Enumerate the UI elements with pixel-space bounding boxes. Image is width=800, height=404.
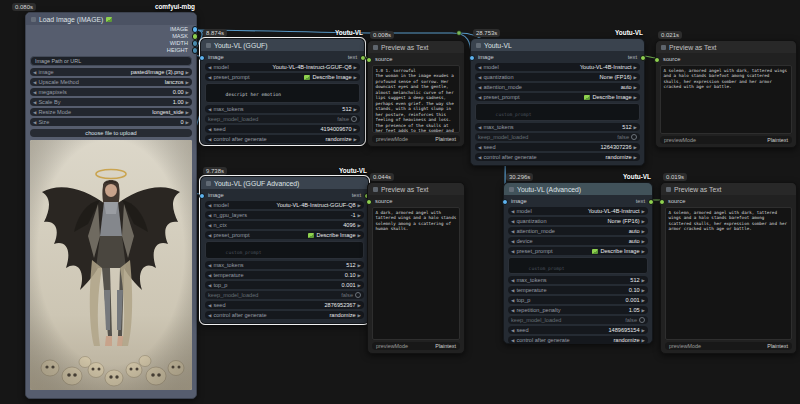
increment-arrow-icon[interactable]: ▶ (186, 100, 189, 105)
widget-temperature[interactable]: ◀ temperature 0.10 ▶ (205, 271, 364, 279)
decrement-arrow-icon[interactable]: ◀ (208, 213, 211, 218)
node-youtu-vl[interactable]: 28.753s Youtu-VL Youtu-VL image text ◀ m… (470, 38, 645, 166)
widget-keep-model-loaded[interactable]: keep_model_loaded false (508, 316, 648, 324)
widget-temperature[interactable]: ◀ temperature 0.10 ▶ (508, 286, 648, 294)
node-graph-canvas[interactable]: 0.080s comfyui-mbg Load Image (IMAGE) IM… (0, 0, 800, 404)
widget-n-gpu-layers[interactable]: ◀ n_gpu_layers -1 ▶ (205, 211, 364, 219)
widget-size[interactable]: ◀ Size 0 ▶ (30, 118, 192, 126)
widget-max-tokens[interactable]: ◀ max_tokens 512 ▶ (205, 105, 360, 113)
increment-arrow-icon[interactable]: ▶ (358, 233, 361, 238)
increment-arrow-icon[interactable]: ▶ (642, 338, 645, 343)
preview-text-content[interactable]: A solemn, armored angel with dark, tatte… (660, 65, 792, 134)
widget-preset-prompt[interactable]: ◀ preset_prompt Describe Image ▶ (475, 93, 640, 101)
image-input-port[interactable] (502, 199, 509, 206)
custom-prompt-textarea[interactable]: custom_prompt (205, 241, 364, 259)
increment-arrow-icon[interactable]: ▶ (354, 65, 357, 70)
decrement-arrow-icon[interactable]: ◀ (478, 75, 481, 80)
increment-arrow-icon[interactable]: ▶ (634, 145, 637, 150)
widget-control-after-generate[interactable]: ◀ control after generate randomize ▶ (508, 336, 648, 344)
widget-attention-mode[interactable]: ◀ attention_mode auto ▶ (475, 83, 640, 91)
decrement-arrow-icon[interactable]: ◀ (33, 80, 36, 85)
decrement-arrow-icon[interactable]: ◀ (208, 127, 211, 132)
widget-max-tokens[interactable]: ◀ max_tokens 512 ▶ (205, 261, 364, 269)
custom-prompt-textarea[interactable]: custom_prompt (475, 103, 640, 121)
height-output-port[interactable] (192, 47, 199, 54)
node-preview-text-2[interactable]: 0.021s Preview as Text source A solemn, … (655, 40, 797, 148)
increment-arrow-icon[interactable]: ▶ (186, 90, 189, 95)
increment-arrow-icon[interactable]: ▶ (642, 288, 645, 293)
decrement-arrow-icon[interactable]: ◀ (511, 308, 514, 313)
decrement-arrow-icon[interactable]: ◀ (511, 338, 514, 343)
increment-arrow-icon[interactable]: ▶ (358, 303, 361, 308)
decrement-arrow-icon[interactable]: ◀ (511, 229, 514, 234)
increment-arrow-icon[interactable]: ▶ (186, 110, 189, 115)
increment-arrow-icon[interactable]: ▶ (642, 298, 645, 303)
node-load-image[interactable]: 0.080s comfyui-mbg Load Image (IMAGE) IM… (25, 12, 197, 399)
toggle-knob-icon[interactable] (355, 292, 361, 298)
increment-arrow-icon[interactable]: ▶ (358, 203, 361, 208)
node-title-bar[interactable]: Youtu-VL (471, 39, 644, 51)
widget-device[interactable]: ◀ device auto ▶ (508, 237, 648, 245)
output-image[interactable]: IMAGE (26, 25, 196, 32)
increment-arrow-icon[interactable]: ▶ (642, 209, 645, 214)
widget-quantization[interactable]: ◀ quantization None (FP16) ▶ (475, 73, 640, 81)
widget-control-after-generate[interactable]: ◀ control after generate randomize ▶ (205, 135, 360, 143)
decrement-arrow-icon[interactable]: ◀ (478, 125, 481, 130)
increment-arrow-icon[interactable]: ▶ (354, 137, 357, 142)
preview-mode-selector[interactable]: previewMode Plaintext (665, 342, 792, 350)
widget-seed[interactable]: ◀ seed 4194009670 ▶ (205, 125, 360, 133)
increment-arrow-icon[interactable]: ▶ (358, 313, 361, 318)
preview-mode-selector[interactable]: previewMode Plaintext (372, 135, 460, 143)
source-input-port[interactable] (366, 199, 373, 206)
increment-arrow-icon[interactable]: ▶ (634, 155, 637, 160)
decrement-arrow-icon[interactable]: ◀ (208, 263, 211, 268)
widget-upscale-method[interactable]: ◀ Upscale Method lanczos ▶ (30, 78, 192, 86)
increment-arrow-icon[interactable]: ▶ (634, 75, 637, 80)
increment-arrow-icon[interactable]: ▶ (642, 278, 645, 283)
increment-arrow-icon[interactable]: ▶ (634, 65, 637, 70)
increment-arrow-icon[interactable]: ▶ (354, 75, 357, 80)
decrement-arrow-icon[interactable]: ◀ (208, 283, 211, 288)
decrement-arrow-icon[interactable]: ◀ (208, 233, 211, 238)
decrement-arrow-icon[interactable]: ◀ (33, 120, 36, 125)
choose-file-button[interactable]: choose file to upload (30, 129, 192, 137)
increment-arrow-icon[interactable]: ▶ (358, 263, 361, 268)
decrement-arrow-icon[interactable]: ◀ (208, 107, 211, 112)
widget-control-after-generate[interactable]: ◀ control after generate randomize ▶ (205, 311, 364, 319)
decrement-arrow-icon[interactable]: ◀ (478, 85, 481, 90)
widget-keep-model-loaded[interactable]: keep_model_loaded false (205, 115, 360, 123)
widget-seed[interactable]: ◀ seed 2876952367 ▶ (205, 301, 364, 309)
node-title-bar[interactable]: Load Image (IMAGE) (26, 13, 196, 25)
widget-attention-mode[interactable]: ◀ attention_mode auto ▶ (508, 227, 648, 235)
preview-mode-selector[interactable]: previewMode Plaintext (660, 136, 792, 144)
source-input-port[interactable] (659, 199, 666, 206)
image-path-input[interactable]: Image Path or URL (30, 56, 192, 66)
increment-arrow-icon[interactable]: ▶ (186, 120, 189, 125)
increment-arrow-icon[interactable]: ▶ (354, 107, 357, 112)
widget-model[interactable]: ◀ model Youtu-VL-4B-Instruct ▶ (475, 63, 640, 71)
increment-arrow-icon[interactable]: ▶ (354, 127, 357, 132)
widget-model[interactable]: ◀ model Youtu-VL-4B-Instruct-GGUF-Q8 ▶ (205, 201, 364, 209)
node-title-bar[interactable]: Youtu-VL (GGUF) (201, 39, 364, 51)
custom-prompt-textarea[interactable]: descript her emotion (205, 83, 360, 103)
increment-arrow-icon[interactable]: ▶ (642, 308, 645, 313)
node-youtu-vl-gguf-advanced[interactable]: 9.738s Youtu-VL Youtu-VL (GGUF Advanced)… (200, 176, 369, 324)
widget-preset-prompt[interactable]: ◀ preset_prompt Describe Image ▶ (205, 73, 360, 81)
decrement-arrow-icon[interactable]: ◀ (208, 137, 211, 142)
increment-arrow-icon[interactable]: ▶ (186, 70, 189, 75)
source-input-port[interactable] (654, 57, 661, 64)
image-input-port[interactable] (199, 55, 206, 62)
custom-prompt-textarea[interactable]: custom_prompt (508, 257, 648, 274)
increment-arrow-icon[interactable]: ▶ (634, 85, 637, 90)
decrement-arrow-icon[interactable]: ◀ (208, 75, 211, 80)
decrement-arrow-icon[interactable]: ◀ (511, 278, 514, 283)
node-youtu-vl-advanced[interactable]: 30.296s Youtu-VL Youtu-VL (Advanced) ima… (503, 182, 653, 344)
output-width[interactable]: WIDTH (26, 39, 196, 46)
preview-text-content[interactable]: A dark, armored angel with tattered wing… (372, 207, 460, 340)
decrement-arrow-icon[interactable]: ◀ (511, 219, 514, 224)
node-title-bar[interactable]: Preview as Text (368, 41, 464, 53)
widget-max-tokens[interactable]: ◀ max_tokens 512 ▶ (475, 123, 640, 131)
widget-n-ctx[interactable]: ◀ n_ctx 4096 ▶ (205, 221, 364, 229)
output-mask[interactable]: MASK (26, 32, 196, 39)
widget-preset-prompt[interactable]: ◀ preset_prompt Describe Image ▶ (205, 231, 364, 239)
